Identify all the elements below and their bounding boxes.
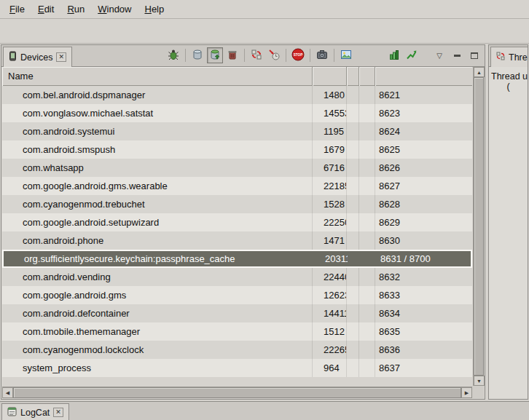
method-profiling-icon: [268, 49, 280, 63]
empty-cell: [359, 195, 375, 213]
maximize-icon: [471, 52, 478, 59]
table-row[interactable]: com.cyanogenmod.trebuchet 1528 8628: [2, 195, 472, 213]
heap-monitor-icon: [388, 49, 400, 63]
tab-logcat-close-icon[interactable]: ✕: [53, 408, 63, 417]
process-name: com.tmobile.thememanager: [2, 322, 313, 341]
empty-cell: [347, 268, 359, 286]
column-header-empty[interactable]: [347, 67, 359, 86]
process-name: com.vonglasow.michael.satstat: [2, 104, 313, 122]
empty-cell: [359, 86, 375, 104]
menu-run[interactable]: Run: [60, 1, 91, 17]
table-row[interactable]: com.google.android.setupwizard 22250 862…: [2, 213, 472, 231]
table-row[interactable]: com.android.smspush 1679 8625: [2, 140, 472, 159]
logcat-icon: [7, 407, 17, 419]
tab-logcat[interactable]: LogCat ✕: [1, 403, 69, 420]
table-row[interactable]: com.whatsapp 6716 8626: [2, 159, 472, 177]
menu-help[interactable]: Help: [138, 1, 171, 17]
tab-devices[interactable]: Devices ✕: [3, 47, 72, 67]
process-port: 8623: [375, 104, 472, 122]
table-row[interactable]: com.vonglasow.michael.satstat 14553 8623: [2, 104, 472, 122]
column-header-pid[interactable]: [313, 67, 347, 86]
tab-threads[interactable]: Threads: [490, 47, 528, 67]
process-port: 8627: [375, 177, 472, 195]
process-port: 8631 / 8700: [377, 251, 471, 266]
menu-edit[interactable]: Edit: [31, 1, 60, 17]
method-profiling-button[interactable]: [266, 47, 282, 63]
empty-cell: [359, 359, 375, 377]
table-row[interactable]: com.cyanogenmod.lockclock 22265 8636: [2, 341, 472, 359]
process-name: com.google.android.gms: [2, 286, 313, 304]
table-row[interactable]: com.android.phone 1471 8630: [2, 231, 472, 250]
dump-hprof-button[interactable]: [207, 47, 223, 63]
empty-cell: [347, 359, 359, 377]
stop-process-button[interactable]: STOP: [290, 47, 306, 63]
empty-cell: [347, 341, 359, 359]
table-row[interactable]: com.bel.android.dspmanager 1480 8621: [2, 86, 472, 104]
scroll-down-icon[interactable]: ▼: [474, 376, 485, 386]
table-row[interactable]: system_process 964 8637: [2, 359, 472, 377]
update-threads-button[interactable]: [248, 47, 264, 63]
process-name: system_process: [2, 359, 313, 377]
menu-file[interactable]: File: [3, 1, 31, 17]
process-name: com.cyanogenmod.trebuchet: [2, 195, 313, 213]
menu-window[interactable]: Window: [91, 1, 138, 17]
empty-cell: [347, 322, 359, 341]
column-header-name[interactable]: Name: [2, 67, 313, 86]
scroll-left-icon[interactable]: ◀: [2, 387, 13, 398]
scroll-right-icon[interactable]: ▶: [461, 387, 472, 398]
maximize-button[interactable]: [466, 47, 482, 63]
table-row[interactable]: com.tmobile.thememanager 1512 8635: [2, 322, 472, 341]
tab-devices-close-icon[interactable]: ✕: [56, 52, 66, 62]
view-menu-button[interactable]: ▽: [431, 47, 447, 63]
scroll-up-icon[interactable]: ▲: [474, 67, 485, 77]
table-row[interactable]: com.google.android.gms 12623 8633: [2, 286, 472, 304]
svg-text:STOP: STOP: [294, 53, 302, 57]
empty-cell: [359, 231, 375, 250]
vertical-scrollbar[interactable]: ▲ ▼: [473, 67, 484, 386]
table-row[interactable]: org.sufficientlysecure.keychain:passphra…: [2, 250, 472, 268]
table-row[interactable]: com.android.vending 22440 8632: [2, 268, 472, 286]
process-pid: 1480: [313, 86, 347, 104]
update-heap-button[interactable]: [189, 47, 205, 63]
device-icon: [9, 51, 17, 63]
process-name: com.bel.android.dspmanager: [2, 86, 313, 104]
minimize-button[interactable]: [449, 47, 465, 63]
devices-toolbar: STOP: [165, 47, 482, 63]
tab-devices-label: Devices: [20, 52, 52, 63]
cause-gc-button[interactable]: [224, 47, 240, 63]
column-header-empty[interactable]: [359, 67, 375, 86]
screen-capture-button[interactable]: [314, 47, 330, 63]
process-pid: 22265: [313, 341, 347, 359]
process-pid: 22185: [313, 177, 347, 195]
column-header-port[interactable]: [375, 67, 472, 86]
process-pid: 20311: [314, 251, 348, 266]
vertical-scroll-thumb[interactable]: [474, 77, 484, 376]
view-hierarchy-button[interactable]: [338, 47, 354, 63]
process-port: 8633: [375, 286, 472, 304]
heap-monitor-button[interactable]: [386, 47, 402, 63]
process-port: 8635: [375, 322, 472, 341]
threads-panel: Threads Thread up (: [488, 44, 528, 400]
process-pid: 12623: [313, 286, 347, 304]
horizontal-scroll-thumb[interactable]: [13, 387, 461, 398]
network-stats-button[interactable]: [404, 47, 420, 63]
empty-cell: [361, 251, 377, 266]
process-name: com.google.android.setupwizard: [2, 213, 313, 231]
view-hierarchy-icon: [340, 49, 352, 63]
empty-cell: [359, 304, 375, 322]
network-stats-icon: [406, 49, 418, 63]
table-row[interactable]: com.android.systemui 1195 8624: [2, 122, 472, 140]
process-name: com.android.vending: [2, 268, 313, 286]
process-pid: 1679: [313, 140, 347, 159]
process-pid: 1471: [313, 231, 347, 250]
debug-process-button[interactable]: [165, 47, 181, 63]
empty-cell: [359, 159, 375, 177]
table-row[interactable]: com.android.defcontainer 14411 8634: [2, 304, 472, 322]
tab-threads-label: Threads: [509, 52, 528, 63]
threads-icon: [496, 52, 505, 63]
table-row[interactable]: com.google.android.gms.wearable 22185 86…: [2, 177, 472, 195]
horizontal-scrollbar[interactable]: ◀ ▶: [2, 387, 472, 398]
empty-cell: [347, 140, 359, 159]
minimize-icon: [454, 55, 461, 57]
process-port: 8624: [375, 122, 472, 140]
